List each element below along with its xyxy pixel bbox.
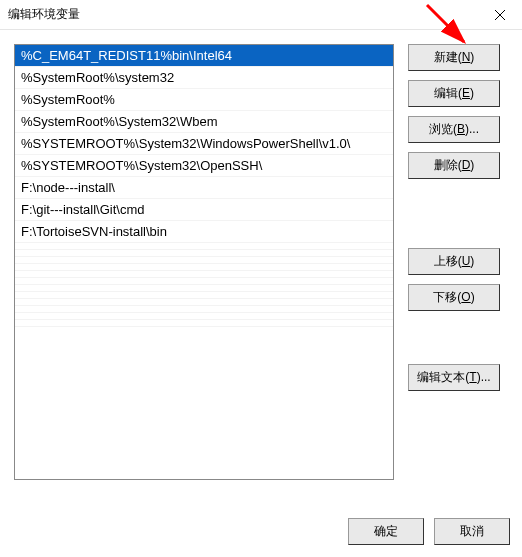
list-item[interactable] — [15, 257, 393, 264]
browse-button[interactable]: 浏览(B)... — [408, 116, 500, 143]
button-label: 下移(O) — [433, 289, 474, 306]
list-item[interactable] — [15, 299, 393, 306]
edit-text-button[interactable]: 编辑文本(T)... — [408, 364, 500, 391]
env-var-listbox[interactable]: %C_EM64T_REDIST11%bin\Intel64%SystemRoot… — [14, 44, 394, 480]
button-label: 浏览(B)... — [429, 121, 479, 138]
button-column: 新建(N) 编辑(E) 浏览(B)... 删除(D) 上移(U) 下移(O) 编… — [408, 44, 500, 480]
button-label: 删除(D) — [434, 157, 475, 174]
new-button[interactable]: 新建(N) — [408, 44, 500, 71]
list-item[interactable] — [15, 313, 393, 320]
list-item[interactable]: %SystemRoot%\system32 — [15, 67, 393, 89]
content-area: %C_EM64T_REDIST11%bin\Intel64%SystemRoot… — [0, 30, 522, 480]
close-icon — [495, 10, 505, 20]
move-down-button[interactable]: 下移(O) — [408, 284, 500, 311]
list-item[interactable]: %SystemRoot%\System32\Wbem — [15, 111, 393, 133]
button-label: 编辑(E) — [434, 85, 474, 102]
ok-button[interactable]: 确定 — [348, 518, 424, 545]
list-item[interactable]: F:\node---install\ — [15, 177, 393, 199]
list-item[interactable] — [15, 250, 393, 257]
list-item[interactable] — [15, 285, 393, 292]
move-up-button[interactable]: 上移(U) — [408, 248, 500, 275]
list-item[interactable] — [15, 271, 393, 278]
edit-button[interactable]: 编辑(E) — [408, 80, 500, 107]
list-item[interactable] — [15, 320, 393, 327]
list-item[interactable] — [15, 278, 393, 285]
window-title: 编辑环境变量 — [8, 6, 80, 23]
list-item[interactable]: %C_EM64T_REDIST11%bin\Intel64 — [15, 45, 393, 67]
list-item[interactable]: %SystemRoot% — [15, 89, 393, 111]
close-button[interactable] — [477, 0, 522, 30]
list-item[interactable]: F:\git---install\Git\cmd — [15, 199, 393, 221]
dialog-footer: 确定 取消 — [348, 518, 510, 545]
cancel-button[interactable]: 取消 — [434, 518, 510, 545]
button-label: 编辑文本(T)... — [417, 369, 490, 386]
list-item[interactable]: %SYSTEMROOT%\System32\WindowsPowerShell\… — [15, 133, 393, 155]
list-item[interactable] — [15, 292, 393, 299]
list-item[interactable] — [15, 264, 393, 271]
list-item[interactable] — [15, 306, 393, 313]
titlebar: 编辑环境变量 — [0, 0, 522, 30]
list-item[interactable] — [15, 243, 393, 250]
list-item[interactable]: %SYSTEMROOT%\System32\OpenSSH\ — [15, 155, 393, 177]
list-item[interactable]: F:\TortoiseSVN-install\bin — [15, 221, 393, 243]
button-label: 上移(U) — [434, 253, 475, 270]
delete-button[interactable]: 删除(D) — [408, 152, 500, 179]
button-label: 新建(N) — [434, 49, 475, 66]
